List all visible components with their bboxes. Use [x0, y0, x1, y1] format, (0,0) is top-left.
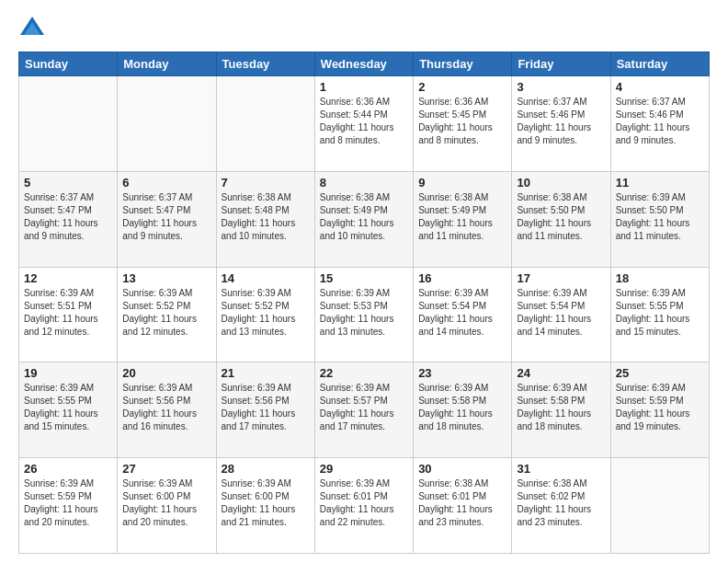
- day-number: 31: [517, 462, 605, 476]
- day-info: Sunrise: 6:38 AMSunset: 5:49 PMDaylight:…: [418, 191, 506, 243]
- day-info: Sunrise: 6:39 AMSunset: 5:52 PMDaylight:…: [222, 287, 310, 339]
- col-friday: Friday: [512, 52, 610, 76]
- day-number: 15: [320, 271, 408, 285]
- day-info: Sunrise: 6:38 AMSunset: 6:02 PMDaylight:…: [517, 477, 605, 529]
- day-info: Sunrise: 6:39 AMSunset: 5:51 PMDaylight:…: [24, 287, 112, 339]
- day-number: 11: [616, 176, 704, 190]
- table-row: 3Sunrise: 6:37 AMSunset: 5:46 PMDaylight…: [512, 76, 610, 172]
- day-number: 30: [418, 462, 506, 476]
- table-row: 24Sunrise: 6:39 AMSunset: 5:58 PMDayligh…: [512, 362, 610, 458]
- table-row: 15Sunrise: 6:39 AMSunset: 5:53 PMDayligh…: [314, 267, 413, 362]
- table-row: 11Sunrise: 6:39 AMSunset: 5:50 PMDayligh…: [610, 171, 709, 267]
- day-number: 20: [122, 366, 210, 380]
- day-info: Sunrise: 6:39 AMSunset: 5:56 PMDaylight:…: [222, 382, 310, 433]
- col-sunday: Sunday: [19, 52, 118, 76]
- table-row: 6Sunrise: 6:37 AMSunset: 5:47 PMDaylight…: [118, 171, 216, 267]
- calendar-week-row: 5Sunrise: 6:37 AMSunset: 5:47 PMDaylight…: [19, 171, 710, 267]
- table-row: 9Sunrise: 6:38 AMSunset: 5:49 PMDaylight…: [414, 171, 512, 267]
- day-info: Sunrise: 6:39 AMSunset: 5:59 PMDaylight:…: [616, 382, 704, 433]
- logo-icon: [18, 15, 46, 42]
- day-number: 9: [418, 176, 506, 190]
- table-row: 19Sunrise: 6:39 AMSunset: 5:55 PMDayligh…: [19, 362, 118, 458]
- table-row: 28Sunrise: 6:39 AMSunset: 6:00 PMDayligh…: [216, 458, 314, 554]
- col-thursday: Thursday: [414, 52, 512, 76]
- table-row: 27Sunrise: 6:39 AMSunset: 6:00 PMDayligh…: [118, 458, 216, 554]
- day-info: Sunrise: 6:36 AMSunset: 5:44 PMDaylight:…: [320, 96, 408, 147]
- table-row: [216, 76, 314, 172]
- day-number: 23: [418, 366, 506, 380]
- day-info: Sunrise: 6:39 AMSunset: 5:56 PMDaylight:…: [122, 382, 210, 433]
- col-wednesday: Wednesday: [314, 52, 413, 76]
- day-info: Sunrise: 6:38 AMSunset: 6:01 PMDaylight:…: [418, 477, 506, 529]
- day-number: 24: [517, 366, 605, 380]
- header: [18, 15, 710, 42]
- day-info: Sunrise: 6:39 AMSunset: 5:55 PMDaylight:…: [616, 287, 704, 339]
- table-row: 7Sunrise: 6:38 AMSunset: 5:48 PMDaylight…: [216, 171, 314, 267]
- calendar-week-row: 1Sunrise: 6:36 AMSunset: 5:44 PMDaylight…: [19, 76, 710, 172]
- day-number: 13: [122, 271, 210, 285]
- day-info: Sunrise: 6:39 AMSunset: 5:59 PMDaylight:…: [24, 477, 112, 529]
- table-row: 13Sunrise: 6:39 AMSunset: 5:52 PMDayligh…: [118, 267, 216, 362]
- day-number: 22: [320, 366, 408, 380]
- day-info: Sunrise: 6:38 AMSunset: 5:50 PMDaylight:…: [517, 191, 605, 243]
- table-row: 12Sunrise: 6:39 AMSunset: 5:51 PMDayligh…: [19, 267, 118, 362]
- table-row: 29Sunrise: 6:39 AMSunset: 6:01 PMDayligh…: [314, 458, 413, 554]
- table-row: 23Sunrise: 6:39 AMSunset: 5:58 PMDayligh…: [414, 362, 512, 458]
- day-info: Sunrise: 6:38 AMSunset: 5:48 PMDaylight:…: [222, 191, 310, 243]
- table-row: 10Sunrise: 6:38 AMSunset: 5:50 PMDayligh…: [512, 171, 610, 267]
- day-info: Sunrise: 6:39 AMSunset: 5:58 PMDaylight:…: [418, 382, 506, 433]
- day-number: 21: [222, 366, 310, 380]
- col-saturday: Saturday: [610, 52, 709, 76]
- table-row: [118, 76, 216, 172]
- day-info: Sunrise: 6:37 AMSunset: 5:46 PMDaylight:…: [517, 96, 605, 147]
- day-number: 5: [24, 176, 112, 190]
- calendar-week-row: 12Sunrise: 6:39 AMSunset: 5:51 PMDayligh…: [19, 267, 710, 362]
- day-number: 29: [320, 462, 408, 476]
- day-number: 27: [122, 462, 210, 476]
- day-number: 17: [517, 271, 605, 285]
- day-info: Sunrise: 6:39 AMSunset: 5:57 PMDaylight:…: [320, 382, 408, 433]
- day-number: 1: [320, 80, 408, 94]
- day-info: Sunrise: 6:39 AMSunset: 5:52 PMDaylight:…: [122, 287, 210, 339]
- day-info: Sunrise: 6:36 AMSunset: 5:45 PMDaylight:…: [418, 96, 506, 147]
- col-tuesday: Tuesday: [216, 52, 314, 76]
- day-info: Sunrise: 6:39 AMSunset: 5:53 PMDaylight:…: [320, 287, 408, 339]
- table-row: 18Sunrise: 6:39 AMSunset: 5:55 PMDayligh…: [610, 267, 709, 362]
- table-row: 17Sunrise: 6:39 AMSunset: 5:54 PMDayligh…: [512, 267, 610, 362]
- day-number: 18: [616, 271, 704, 285]
- day-number: 28: [222, 462, 310, 476]
- table-row: 30Sunrise: 6:38 AMSunset: 6:01 PMDayligh…: [414, 458, 512, 554]
- day-number: 10: [517, 176, 605, 190]
- day-number: 2: [418, 80, 506, 94]
- day-info: Sunrise: 6:39 AMSunset: 5:54 PMDaylight:…: [418, 287, 506, 339]
- day-info: Sunrise: 6:37 AMSunset: 5:46 PMDaylight:…: [616, 96, 704, 147]
- day-number: 19: [24, 366, 112, 380]
- day-number: 14: [222, 271, 310, 285]
- day-number: 12: [24, 271, 112, 285]
- table-row: 16Sunrise: 6:39 AMSunset: 5:54 PMDayligh…: [414, 267, 512, 362]
- col-monday: Monday: [118, 52, 216, 76]
- calendar-header-row: Sunday Monday Tuesday Wednesday Thursday…: [19, 52, 710, 76]
- day-number: 26: [24, 462, 112, 476]
- table-row: [610, 458, 709, 554]
- day-info: Sunrise: 6:39 AMSunset: 6:01 PMDaylight:…: [320, 477, 408, 529]
- day-number: 25: [616, 366, 704, 380]
- day-info: Sunrise: 6:37 AMSunset: 5:47 PMDaylight:…: [122, 191, 210, 243]
- calendar-week-row: 19Sunrise: 6:39 AMSunset: 5:55 PMDayligh…: [19, 362, 710, 458]
- day-info: Sunrise: 6:39 AMSunset: 6:00 PMDaylight:…: [122, 477, 210, 529]
- table-row: 4Sunrise: 6:37 AMSunset: 5:46 PMDaylight…: [610, 76, 709, 172]
- table-row: 1Sunrise: 6:36 AMSunset: 5:44 PMDaylight…: [314, 76, 413, 172]
- day-info: Sunrise: 6:39 AMSunset: 5:58 PMDaylight:…: [517, 382, 605, 433]
- logo: [18, 15, 50, 42]
- day-info: Sunrise: 6:37 AMSunset: 5:47 PMDaylight:…: [24, 191, 112, 243]
- table-row: 5Sunrise: 6:37 AMSunset: 5:47 PMDaylight…: [19, 171, 118, 267]
- day-number: 6: [122, 176, 210, 190]
- page: Sunday Monday Tuesday Wednesday Thursday…: [0, 0, 728, 563]
- day-number: 8: [320, 176, 408, 190]
- calendar-table: Sunday Monday Tuesday Wednesday Thursday…: [18, 52, 710, 554]
- table-row: 2Sunrise: 6:36 AMSunset: 5:45 PMDaylight…: [414, 76, 512, 172]
- table-row: 20Sunrise: 6:39 AMSunset: 5:56 PMDayligh…: [118, 362, 216, 458]
- table-row: 26Sunrise: 6:39 AMSunset: 5:59 PMDayligh…: [19, 458, 118, 554]
- table-row: 22Sunrise: 6:39 AMSunset: 5:57 PMDayligh…: [314, 362, 413, 458]
- day-info: Sunrise: 6:38 AMSunset: 5:49 PMDaylight:…: [320, 191, 408, 243]
